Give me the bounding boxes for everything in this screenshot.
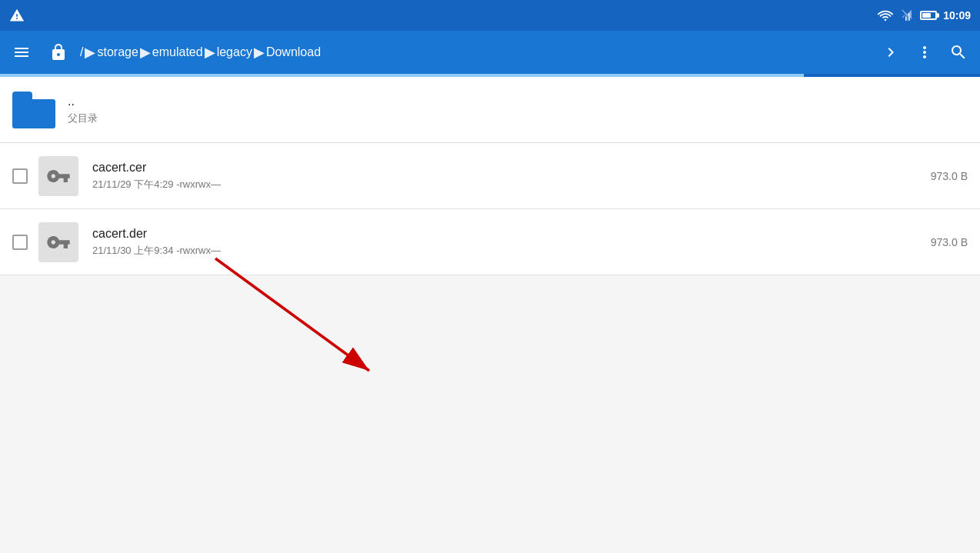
file-info: cacert.cer 21/11/29 下午4:29 -rwxrwx— [92, 161, 931, 192]
list-item[interactable]: cacert.der 21/11/30 上午9:34 -rwxrwx— 973.… [0, 209, 980, 275]
breadcrumb-legacy[interactable]: legacy [217, 45, 252, 59]
status-bar-left [9, 8, 25, 23]
status-bar: 10:09 [0, 0, 980, 31]
file-meta: 21/11/30 上午9:34 -rwxrwx— [92, 244, 931, 258]
breadcrumb-root[interactable]: / [80, 45, 83, 59]
file-size: 973.0 B [931, 236, 968, 248]
alert-icon [9, 8, 25, 23]
breadcrumb-emulated[interactable]: emulated [152, 45, 203, 59]
file-checkbox[interactable] [12, 168, 28, 184]
folder-icon [12, 88, 55, 132]
cert-icon [37, 155, 80, 198]
breadcrumb-download[interactable]: Download [266, 45, 321, 59]
breadcrumb-storage[interactable]: storage [97, 45, 138, 59]
toolbar: / ▶ storage ▶ emulated ▶ legacy ▶ Downlo… [0, 31, 980, 74]
time-display: 10:09 [943, 9, 971, 22]
file-meta: 父目录 [68, 112, 968, 125]
file-name: cacert.cer [92, 161, 931, 175]
list-item[interactable]: cacert.cer 21/11/29 下午4:29 -rwxrwx— 973.… [0, 143, 980, 209]
status-bar-right: 10:09 [877, 9, 971, 22]
wifi-icon [877, 9, 894, 22]
file-list: .. 父目录 cacert.cer 21/11/29 下午4:29 -rwxrw… [0, 77, 980, 275]
file-checkbox[interactable] [12, 235, 28, 250]
forward-button[interactable] [875, 37, 906, 68]
file-info: cacert.der 21/11/30 上午9:34 -rwxrwx— [92, 227, 931, 258]
cert-icon [37, 221, 80, 264]
menu-button[interactable] [6, 37, 37, 68]
list-item[interactable]: .. 父目录 [0, 77, 980, 143]
file-info: .. 父目录 [68, 95, 968, 125]
lock-button[interactable] [43, 37, 74, 68]
more-options-button[interactable] [909, 37, 940, 68]
toolbar-actions [875, 37, 974, 68]
file-name: .. [68, 95, 968, 108]
file-size: 973.0 B [931, 170, 968, 182]
breadcrumb: / ▶ storage ▶ emulated ▶ legacy ▶ Downlo… [80, 44, 869, 61]
search-button[interactable] [943, 37, 974, 68]
signal-icon [900, 9, 914, 22]
file-meta: 21/11/29 下午4:29 -rwxrwx— [92, 178, 931, 192]
battery-icon [920, 11, 937, 20]
file-name: cacert.der [92, 227, 931, 241]
